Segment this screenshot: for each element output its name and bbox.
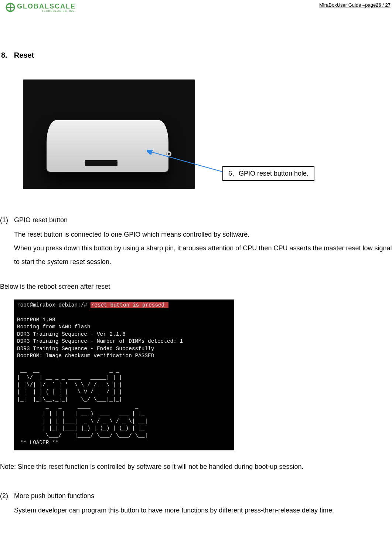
list-item: (1) GPIO reset button	[0, 213, 392, 227]
section-heading: 8. Reset	[1, 51, 392, 60]
terminal-screenshot: root@mirabox-debian:/# reset button is p…	[14, 300, 234, 450]
below-label: Below is the reboot screen after reset	[0, 280, 392, 294]
item1-title: GPIO reset button	[14, 213, 392, 227]
terminal-prompt: root@mirabox-debian:/#	[17, 302, 91, 308]
terminal-highlight: reset button is pressed	[91, 302, 168, 308]
note-paragraph: Note: Since this reset function is contr…	[0, 460, 392, 474]
callout-label: 6、GPIO reset button hole.	[222, 166, 314, 181]
logo-sub-text: TECHNOLOGIES, INC.	[17, 10, 76, 12]
globe-icon	[5, 2, 16, 13]
item2-marker: (2)	[0, 489, 11, 503]
list-item: (2) More push button functions	[0, 489, 392, 503]
svg-line-1	[151, 152, 223, 172]
callout-arrow-icon	[147, 150, 225, 179]
page-indicator: MiraBoxUser Guide –page26 / 27	[319, 2, 391, 8]
item2-title: More push button functions	[14, 489, 392, 503]
item1-p1: The reset button is connected to one GPI…	[14, 228, 392, 241]
logo-main-text: GLOBALSCALE	[17, 3, 76, 10]
brand-logo: GLOBALSCALE TECHNOLOGIES, INC.	[5, 2, 76, 13]
item1-marker: (1)	[0, 213, 11, 227]
section-number: 8.	[1, 51, 7, 60]
page-current: 26	[376, 2, 381, 8]
page-sep: /	[381, 2, 385, 8]
page-label-prefix: MiraBoxUser Guide –page	[319, 2, 376, 8]
item2-p1: System developer can program this button…	[14, 504, 392, 517]
terminal-boot-lines: BootROM 1.08 Booting from NAND flash DDR…	[17, 317, 183, 359]
terminal-ascii-art: __ __ _ _ | \/ | __ _ _ ____ _____| | | …	[17, 368, 148, 446]
reset-figure: 6、GPIO reset button hole.	[0, 79, 392, 190]
item1-p2: When you press down this button by using…	[14, 241, 392, 269]
section-title: Reset	[14, 51, 34, 60]
page-total: 27	[385, 2, 391, 8]
